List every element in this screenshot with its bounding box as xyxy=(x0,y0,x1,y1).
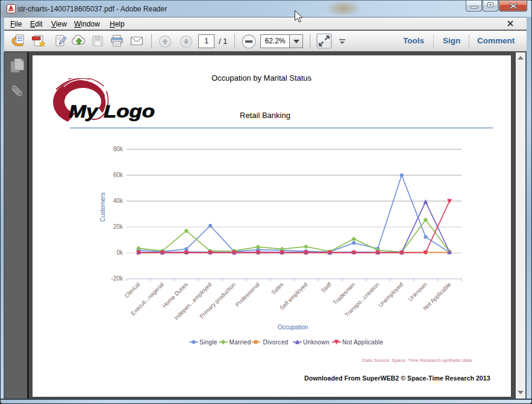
svg-text:80k: 80k xyxy=(113,146,124,152)
svg-text:Occupation: Occupation xyxy=(278,324,308,331)
svg-text:Single: Single xyxy=(199,339,217,346)
svg-text:Professional: Professional xyxy=(234,281,261,308)
svg-text:Unemployed: Unemployed xyxy=(377,281,404,308)
svg-text:Divorced: Divorced xyxy=(263,339,289,346)
svg-text:Sales: Sales xyxy=(270,281,285,296)
svg-text:Not Applicable: Not Applicable xyxy=(342,339,383,346)
svg-text:Customers: Customers xyxy=(99,193,106,222)
svg-text:Married: Married xyxy=(230,339,251,346)
svg-text:Clerical: Clerical xyxy=(123,281,141,299)
svg-text:Staff: Staff xyxy=(320,281,333,294)
svg-text:0k: 0k xyxy=(116,249,124,256)
svg-text:Unknown: Unknown xyxy=(303,339,330,346)
svg-text:20k: 20k xyxy=(113,223,124,230)
svg-text:My Logo: My Logo xyxy=(69,102,155,122)
svg-text:-20k: -20k xyxy=(111,275,124,282)
svg-text:Tradesmen: Tradesmen xyxy=(331,281,357,306)
svg-text:60k: 60k xyxy=(113,172,124,178)
svg-text:Unknown: Unknown xyxy=(407,281,428,303)
svg-text:40k: 40k xyxy=(113,197,124,204)
